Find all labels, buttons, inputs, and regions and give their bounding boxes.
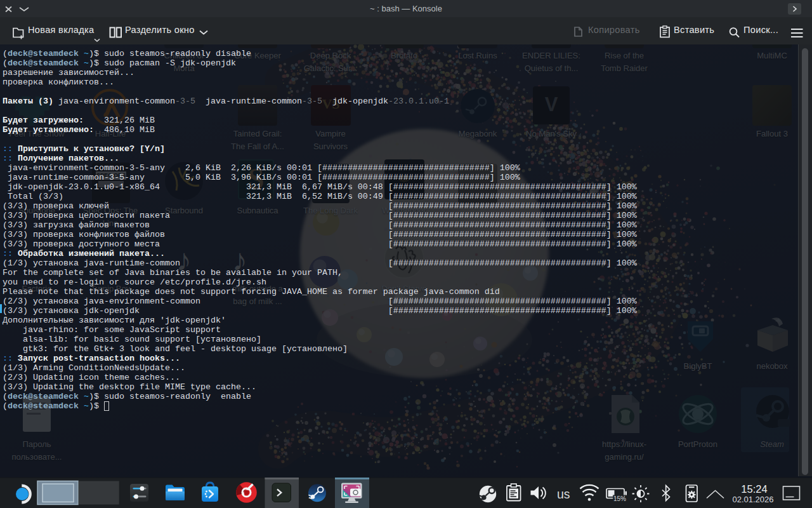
svg-text:15%: 15%	[613, 495, 626, 502]
svg-text:02.01.2026: 02.01.2026	[732, 495, 773, 504]
svg-text:15:24: 15:24	[741, 483, 767, 495]
svg-text:us: us	[557, 487, 570, 501]
